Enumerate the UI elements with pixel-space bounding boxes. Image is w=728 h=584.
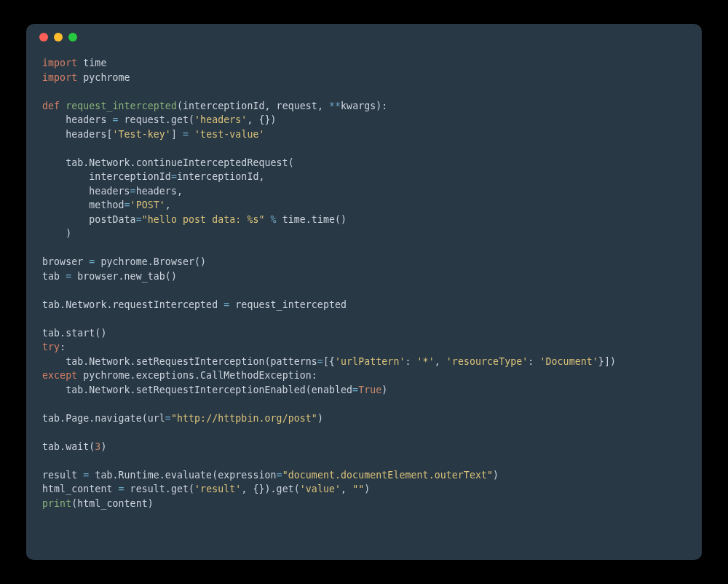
code-token: "http://httpbin.org/post"	[171, 413, 317, 424]
code-token: }])	[598, 356, 616, 367]
code-window: import timeimport pychrome def request_i…	[26, 24, 702, 560]
code-line: print(html_content)	[42, 497, 686, 511]
code-token: time.time()	[277, 214, 347, 225]
code-token: )	[381, 384, 387, 395]
code-token: tab.Network.requestIntercepted	[42, 299, 223, 310]
code-line: tab.Network.continueInterceptedRequest(	[42, 156, 686, 170]
code-token: :	[528, 356, 539, 367]
code-line: tab.Network.setRequestInterception(patte…	[42, 355, 686, 369]
code-token: browser	[42, 256, 89, 267]
close-icon[interactable]	[39, 33, 48, 42]
maximize-icon[interactable]	[68, 33, 77, 42]
code-line: headers = request.get('headers', {})	[42, 113, 686, 127]
code-token: =	[352, 384, 358, 395]
code-token: "hello post data: %s"	[142, 214, 265, 225]
code-token: request_intercepted	[66, 100, 177, 111]
code-token: (html_content)	[71, 498, 154, 509]
code-token: [{	[323, 356, 335, 367]
code-line: browser = pychrome.Browser()	[42, 255, 686, 269]
code-token: browser.new_tab()	[71, 271, 177, 282]
code-token: (interceptionId, request,	[177, 100, 329, 111]
code-token: =	[171, 171, 177, 182]
code-token: except	[42, 370, 77, 381]
code-line: tab.Network.setRequestInterceptionEnable…	[42, 383, 686, 398]
code-token: tab.Runtime.evaluate(expression	[89, 470, 276, 481]
code-token: )	[317, 413, 323, 424]
code-token: %	[271, 214, 277, 225]
code-token: pychrome	[77, 72, 130, 83]
code-line: headers['Test-key'] = 'test-value'	[42, 127, 686, 142]
code-token: kwargs):	[341, 100, 387, 111]
code-token: request.get(	[119, 114, 195, 125]
code-token: method	[42, 200, 124, 210]
code-line: tab.wait(3)	[42, 440, 686, 454]
code-token: headers[	[42, 129, 112, 140]
code-token: import	[42, 72, 77, 83]
code-area: import timeimport pychrome def request_i…	[26, 50, 702, 525]
code-token: result.get(	[124, 484, 194, 494]
code-token: , {}).get(	[241, 484, 299, 494]
code-token: =	[119, 484, 124, 494]
code-token: '*'	[417, 356, 435, 367]
titlebar	[26, 24, 702, 50]
code-token	[265, 214, 271, 225]
code-token: html_content	[42, 484, 119, 494]
code-token: 'Test-key'	[112, 129, 170, 140]
code-token: ,	[341, 484, 352, 494]
code-line: import time	[42, 56, 686, 71]
code-token: tab	[42, 271, 66, 282]
code-token: try	[42, 342, 60, 352]
code-token: =	[136, 214, 142, 225]
code-token: tab.Network.continueInterceptedRequest(	[42, 157, 294, 168]
code-line: )	[42, 226, 686, 241]
code-token: 'resourceType'	[446, 356, 529, 367]
code-line: tab.Page.navigate(url="http://httpbin.or…	[42, 411, 686, 426]
code-token: =	[66, 271, 71, 282]
code-token: interceptionId	[42, 171, 171, 182]
minimize-icon[interactable]	[54, 33, 63, 42]
code-token: =	[277, 470, 282, 481]
code-token: True	[358, 384, 381, 395]
code-token: 'test-value'	[194, 129, 264, 140]
code-token: result	[42, 470, 83, 481]
code-token: )	[364, 484, 370, 494]
code-token: headers,	[136, 186, 183, 197]
code-line	[42, 84, 686, 99]
code-line: import pychrome	[42, 71, 686, 85]
code-token: pychrome.Browser()	[95, 256, 206, 267]
code-token: request_intercepted	[229, 299, 347, 310]
code-token: tab.Network.setRequestInterceptionEnable…	[42, 384, 352, 395]
code-token: =	[112, 114, 118, 125]
code-token: headers	[42, 186, 130, 197]
code-token: =	[130, 186, 136, 197]
code-token: headers	[42, 114, 112, 125]
code-token: ,	[165, 200, 171, 210]
code-token: :	[60, 342, 66, 352]
code-token: =	[183, 129, 189, 140]
code-line: try:	[42, 340, 686, 355]
code-line	[42, 141, 686, 156]
code-line	[42, 241, 686, 256]
code-line: postData="hello post data: %s" % time.ti…	[42, 213, 686, 227]
code-line: html_content = result.get('result', {}).…	[42, 482, 686, 497]
code-line	[42, 312, 686, 326]
code-token: 'POST'	[130, 200, 165, 210]
code-line: tab.Network.requestIntercepted = request…	[42, 298, 686, 312]
code-token: import	[42, 58, 77, 68]
code-line: method='POST',	[42, 198, 686, 213]
code-token	[189, 129, 194, 140]
code-token: postData	[42, 214, 136, 225]
code-line: tab = browser.new_tab()	[42, 269, 686, 284]
code-token: 'urlPattern'	[335, 356, 405, 367]
code-token: :	[405, 356, 416, 367]
code-token: 'value'	[300, 484, 341, 494]
code-line: except pychrome.exceptions.CallMethodExc…	[42, 368, 686, 383]
code-token: =	[317, 356, 323, 367]
code-line: headers=headers,	[42, 184, 686, 199]
code-token: interceptionId,	[177, 171, 265, 182]
code-line: tab.start()	[42, 326, 686, 341]
code-token: print	[42, 498, 71, 509]
code-token: )	[100, 441, 106, 452]
code-line	[42, 283, 686, 298]
code-token: =	[124, 200, 130, 210]
